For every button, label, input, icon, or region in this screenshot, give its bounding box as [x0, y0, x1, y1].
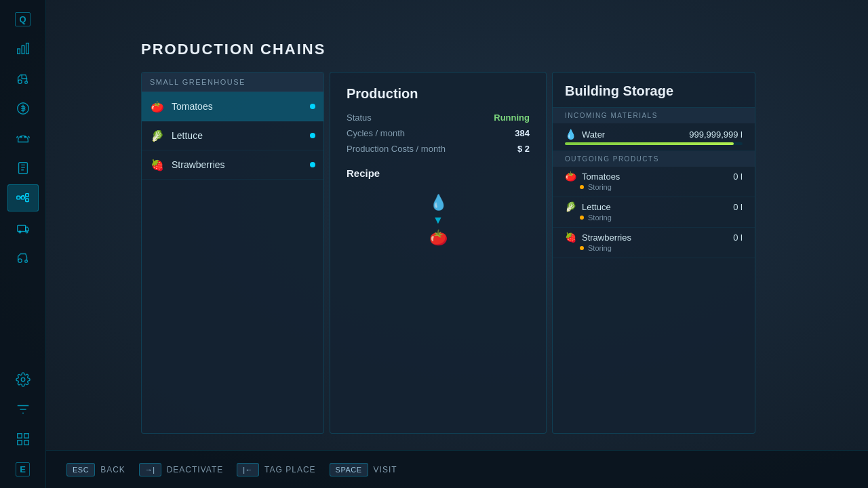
svg-rect-8	[18, 163, 27, 174]
svg-point-7	[24, 136, 25, 138]
stat-cycles-label: Cycles / month	[347, 128, 405, 138]
storage-product-tomatoes-left: 🍅 Tomatoes	[565, 171, 620, 182]
storage-product-tomatoes-amount: 0 l	[733, 171, 743, 182]
chain-item-tomatoes[interactable]: 🍅 Tomatoes	[142, 92, 323, 121]
chains-section-label: SMALL GREENHOUSE	[142, 73, 323, 92]
storage-product-tomatoes-row: 🍅 Tomatoes 0 l	[565, 171, 743, 182]
sidebar-item-contracts[interactable]	[7, 155, 39, 182]
recipe-arrow: ▼	[433, 214, 443, 226]
tagplace-badge: |←	[237, 463, 259, 476]
production-title: Production	[347, 86, 530, 102]
storage-product-lettuce-row: 🥬 Lettuce 0 l	[565, 201, 743, 212]
sidebar-item-animals[interactable]	[7, 125, 39, 152]
svg-rect-0	[17, 49, 20, 54]
storage-product-strawberries-amount: 0 l	[733, 232, 743, 243]
stat-status-label: Status	[347, 113, 372, 123]
incoming-materials-label: INCOMING MATERIALS	[553, 108, 755, 123]
svg-point-16	[18, 259, 22, 263]
svg-rect-19	[17, 434, 21, 438]
hotkey-deactivate: →| DEACTIVATE	[139, 463, 223, 476]
svg-rect-21	[17, 441, 21, 445]
storage-product-strawberries-row: 🍓 Strawberries 0 l	[565, 232, 743, 243]
visit-label: VISIT	[374, 465, 397, 474]
tomatoes-product-icon: 🍅	[565, 171, 576, 182]
storage-material-water-row: 💧 Water 999,999,999 l	[565, 129, 743, 140]
tomatoes-status-dot	[580, 185, 584, 189]
storage-title: Building Storage	[565, 83, 743, 99]
storage-product-lettuce-status: Storing	[565, 212, 743, 226]
sidebar-item-tractor2[interactable]	[7, 244, 39, 271]
stat-cycles: Cycles / month 384	[347, 128, 530, 138]
deactivate-badge: →|	[139, 463, 161, 476]
sidebar-item-settings[interactable]	[7, 366, 39, 393]
storage-header: Building Storage	[553, 73, 755, 108]
panels-row: SMALL GREENHOUSE 🍅 Tomatoes 🥬 Lettuce 🍓 …	[141, 72, 841, 434]
svg-point-18	[21, 378, 25, 382]
sidebar-item-delivery[interactable]	[7, 214, 39, 241]
stat-costs-value: $ 2	[517, 144, 530, 154]
sidebar-item-filter[interactable]	[7, 396, 39, 423]
main-content: PRODUCTION CHAINS SMALL GREENHOUSE 🍅 Tom…	[46, 0, 868, 488]
recipe-section: Recipe 💧 ▼ 🍅	[347, 167, 530, 253]
water-icon: 💧	[565, 129, 576, 140]
lettuce-status-dot	[580, 216, 584, 220]
stat-costs-label: Production Costs / month	[347, 144, 446, 154]
strawberries-status-text: Storing	[588, 244, 612, 252]
chain-item-dot-lettuce	[310, 133, 315, 138]
stat-cycles-value: 384	[515, 128, 530, 138]
storage-product-strawberries-left: 🍓 Strawberries	[565, 232, 631, 243]
chain-item-name-lettuce: Lettuce	[172, 130, 310, 141]
storage-product-lettuce-name: Lettuce	[582, 202, 611, 212]
storage-product-lettuce: 🥬 Lettuce 0 l Storing	[553, 197, 755, 228]
svg-rect-2	[26, 43, 28, 54]
esc-badge: ESC	[66, 463, 95, 476]
lettuce-status-text: Storing	[588, 214, 612, 222]
chain-item-lettuce[interactable]: 🥬 Lettuce	[142, 121, 323, 150]
sidebar-item-e[interactable]: E	[7, 455, 39, 483]
sidebar-item-analytics[interactable]	[7, 35, 39, 62]
sidebar-item-economy[interactable]	[7, 95, 39, 122]
svg-rect-12	[25, 199, 28, 202]
stat-status-value: Running	[494, 113, 530, 123]
sidebar-item-tractor[interactable]	[7, 65, 39, 92]
storage-material-water: 💧 Water 999,999,999 l	[553, 123, 755, 151]
chain-item-name-tomatoes: Tomatoes	[172, 101, 310, 112]
sidebar-item-grid[interactable]	[7, 426, 39, 453]
chains-panel: SMALL GREENHOUSE 🍅 Tomatoes 🥬 Lettuce 🍓 …	[141, 72, 324, 434]
chain-item-name-strawberries: Strawberries	[172, 159, 310, 170]
svg-point-3	[18, 80, 22, 84]
stat-status: Status Running	[347, 113, 530, 123]
svg-rect-22	[24, 441, 28, 445]
production-panel: Production Status Running Cycles / month…	[330, 72, 547, 434]
chain-item-dot-strawberries	[310, 162, 315, 167]
esc-label: BACK	[100, 465, 125, 474]
svg-point-6	[20, 136, 22, 138]
svg-rect-10	[21, 196, 24, 199]
lettuce-product-icon: 🥬	[565, 201, 576, 212]
recipe-title: Recipe	[347, 167, 530, 179]
sidebar-item-q[interactable]: Q	[7, 5, 39, 33]
hotkey-visit: SPACE VISIT	[330, 463, 397, 476]
storage-product-lettuce-left: 🥬 Lettuce	[565, 201, 611, 212]
storage-product-tomatoes: 🍅 Tomatoes 0 l Storing	[553, 167, 755, 197]
outgoing-products-label: OUTGOING PRODUCTS	[553, 151, 755, 167]
storage-product-strawberries: 🍓 Strawberries 0 l Storing	[553, 228, 755, 258]
storage-product-lettuce-amount: 0 l	[733, 202, 743, 212]
svg-rect-20	[24, 434, 28, 438]
strawberries-status-dot	[580, 246, 584, 250]
deactivate-label: DEACTIVATE	[167, 465, 224, 474]
storage-product-strawberries-name: Strawberries	[582, 232, 631, 243]
storage-material-water-left: 💧 Water	[565, 129, 605, 140]
tomatoes-status-text: Storing	[588, 183, 612, 191]
tagplace-label: TAG PLACE	[264, 465, 315, 474]
recipe-input-icon: 💧	[429, 194, 448, 211]
sidebar: Q E	[0, 0, 46, 488]
chain-item-strawberries[interactable]: 🍓 Strawberries	[142, 150, 323, 180]
storage-panel: Building Storage INCOMING MATERIALS 💧 Wa…	[552, 72, 755, 434]
strawberries-icon: 🍓	[150, 157, 165, 172]
svg-rect-13	[17, 225, 25, 231]
storage-material-water-amount: 999,999,999 l	[689, 129, 743, 140]
chain-item-dot-tomatoes	[310, 104, 315, 109]
sidebar-item-chains[interactable]	[7, 184, 39, 211]
recipe-visual: 💧 ▼ 🍅	[347, 187, 530, 253]
